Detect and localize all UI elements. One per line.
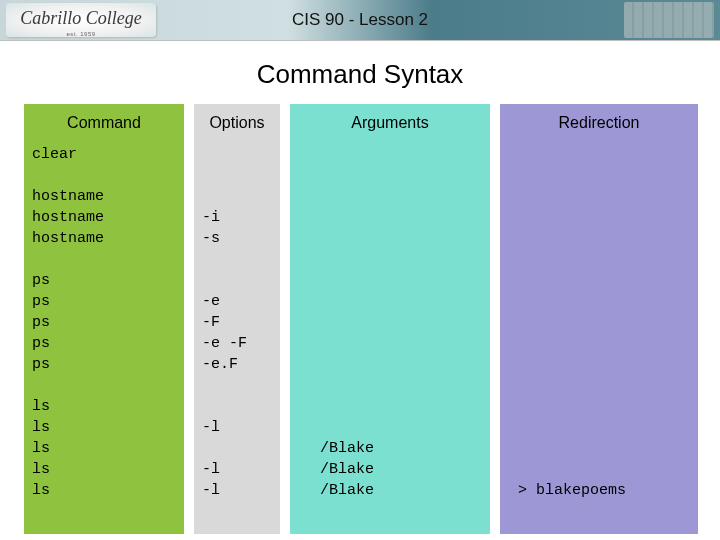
redirection-column-body: > blakepoems xyxy=(500,144,698,501)
redirection-column: Redirection > blakepoems xyxy=(500,104,698,534)
command-column-body: clear hostname hostname hostname ps ps p… xyxy=(24,144,184,501)
options-column-body: -i -s -e -F -e -F -e.F -l -l -l xyxy=(194,144,280,501)
command-syntax-table: Command clear hostname hostname hostname… xyxy=(0,104,720,534)
arguments-column-header: Arguments xyxy=(290,114,490,144)
header-decoration-photo xyxy=(624,2,714,38)
options-column-header: Options xyxy=(194,114,280,144)
command-column-header: Command xyxy=(24,114,184,144)
lesson-title: CIS 90 - Lesson 2 xyxy=(0,10,720,30)
redirection-column-header: Redirection xyxy=(500,114,698,144)
command-column: Command clear hostname hostname hostname… xyxy=(24,104,184,534)
arguments-column-body: /Blake /Blake /Blake xyxy=(290,144,490,501)
main-title: Command Syntax xyxy=(0,59,720,90)
options-column: Options -i -s -e -F -e -F -e.F -l -l -l xyxy=(194,104,280,534)
arguments-column: Arguments /Blake /Blake /Blake xyxy=(290,104,490,534)
header-bar: Cabrillo College est. 1959 CIS 90 - Less… xyxy=(0,0,720,41)
logo-subtext: est. 1959 xyxy=(6,33,156,35)
